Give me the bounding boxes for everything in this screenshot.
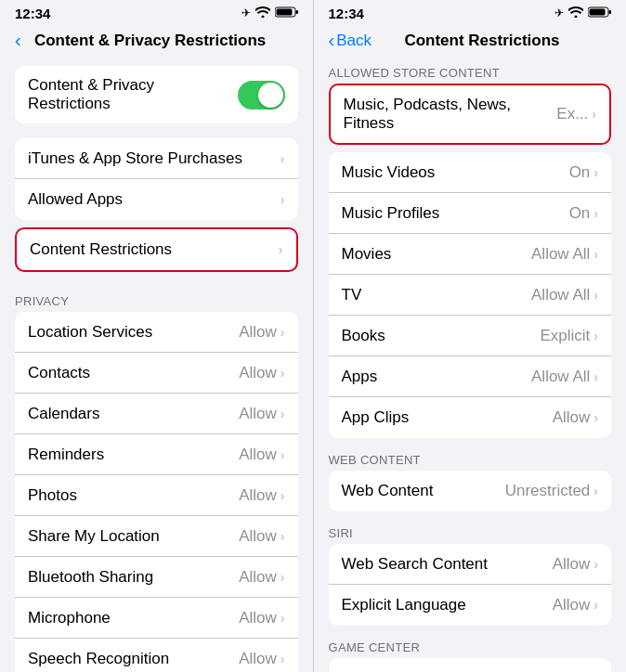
bluetooth-sharing-right: Allow › (239, 568, 284, 587)
back-button-right[interactable]: ‹ Back (329, 30, 372, 51)
game-center-card: Multiplayer Games Allow with Ever... › (329, 658, 612, 672)
app-clips-row[interactable]: App Clips Allow › (329, 397, 612, 438)
back-button-left[interactable]: ‹ (15, 30, 21, 51)
microphone-row[interactable]: Microphone Allow › (15, 598, 298, 639)
chevron-icon: › (593, 369, 598, 384)
chevron-icon: › (593, 484, 598, 498)
status-time-left: 12:34 (15, 6, 50, 21)
location-services-row[interactable]: Location Services Allow › (15, 312, 298, 353)
music-podcasts-row[interactable]: Music, Podcasts, News, Fitness Ex... › (331, 85, 610, 143)
siri-card: Web Search Content Allow › Explicit Lang… (329, 544, 612, 626)
books-right: Explicit › (540, 327, 598, 345)
share-location-right: Allow › (239, 527, 284, 546)
status-time-right: 12:34 (329, 6, 364, 21)
game-center-header: GAME CENTER (314, 633, 627, 658)
explicit-language-row[interactable]: Explicit Language Allow › (329, 585, 612, 626)
explicit-language-right: Allow › (553, 596, 598, 614)
chevron-icon: › (280, 529, 285, 544)
chevron-icon: › (280, 192, 285, 207)
content-restrictions-highlighted[interactable]: Content Restrictions › (15, 227, 298, 272)
wifi-icon-r (568, 6, 583, 20)
calendars-right: Allow › (239, 405, 284, 423)
reminders-row[interactable]: Reminders Allow › (15, 434, 298, 475)
allowed-apps-row[interactable]: Allowed Apps › (15, 179, 298, 220)
movies-right: Allow All › (531, 245, 598, 264)
web-content-card: Web Content Unrestricted › (329, 471, 612, 511)
privacy-section: PRIVACY Location Services Allow › Contac… (0, 287, 313, 672)
chevron-icon: › (280, 570, 285, 585)
reminders-right: Allow › (239, 446, 284, 464)
contacts-label: Contacts (28, 364, 90, 382)
speech-recognition-row[interactable]: Speech Recognition Allow › (15, 639, 298, 672)
chevron-icon: › (280, 488, 285, 503)
speech-recognition-right: Allow › (239, 650, 284, 668)
location-services-right: Allow › (239, 323, 284, 342)
svg-rect-4 (590, 8, 606, 15)
chevron-icon: › (280, 447, 285, 462)
battery-icon (275, 6, 298, 20)
svg-rect-1 (276, 8, 292, 15)
right-screen: 12:34 ✈ ‹ Back Content Restrictions ALLO… (314, 0, 627, 672)
privacy-restrictions-toggle-row[interactable]: Content & Privacy Restrictions (15, 66, 298, 123)
movies-row[interactable]: Movies Allow All › (329, 234, 612, 275)
status-icons-left: ✈ (241, 6, 298, 20)
web-search-content-right: Allow › (553, 555, 598, 574)
chevron-icon: › (593, 247, 598, 262)
status-icons-right: ✈ (554, 6, 611, 20)
tv-row[interactable]: TV Allow All › (329, 275, 612, 316)
movies-label: Movies (342, 245, 392, 264)
allowed-store-header: ALLOWED STORE CONTENT (314, 58, 627, 84)
contacts-right: Allow › (239, 364, 284, 382)
music-profiles-label: Music Profiles (342, 204, 440, 223)
battery-icon-r (588, 6, 611, 20)
apps-row[interactable]: Apps Allow All › (329, 356, 612, 397)
back-label: Back (336, 32, 372, 50)
web-content-right: Unrestricted › (505, 482, 598, 500)
photos-row[interactable]: Photos Allow › (15, 475, 298, 516)
page-title-right: Content Restrictions (372, 32, 593, 50)
calendars-row[interactable]: Calendars Allow › (15, 394, 298, 434)
music-videos-row[interactable]: Music Videos On › (329, 152, 612, 193)
chevron-icon: › (593, 557, 598, 572)
microphone-right: Allow › (239, 609, 284, 627)
chevron-icon: › (593, 206, 598, 221)
content-restrictions-row[interactable]: Content Restrictions › (17, 229, 296, 270)
contacts-row[interactable]: Contacts Allow › (15, 353, 298, 394)
music-videos-right: On › (569, 163, 598, 182)
share-location-label: Share My Location (28, 527, 160, 546)
store-items-card: Music Videos On › Music Profiles On › Mo… (329, 152, 612, 438)
web-content-row[interactable]: Web Content Unrestricted › (329, 471, 612, 511)
toggle-label: Content & Privacy Restrictions (28, 76, 238, 113)
calendars-label: Calendars (28, 405, 100, 423)
share-location-row[interactable]: Share My Location Allow › (15, 516, 298, 557)
speech-recognition-label: Speech Recognition (28, 650, 169, 668)
music-profiles-row[interactable]: Music Profiles On › (329, 193, 612, 234)
left-content: Content & Privacy Restrictions iTunes & … (0, 58, 313, 672)
photos-right: Allow › (239, 486, 284, 505)
location-services-label: Location Services (28, 323, 152, 342)
allowed-apps-label: Allowed Apps (28, 190, 123, 209)
airplane-icon: ✈ (241, 6, 251, 19)
app-clips-right: Allow › (553, 408, 598, 427)
web-content-section: WEB CONTENT Web Content Unrestricted › (314, 446, 627, 511)
privacy-restrictions-toggle[interactable] (238, 81, 284, 110)
music-podcasts-highlighted[interactable]: Music, Podcasts, News, Fitness Ex... › (329, 84, 612, 145)
tv-right: Allow All › (531, 286, 598, 304)
game-center-section: GAME CENTER Multiplayer Games Allow with… (314, 633, 627, 672)
itunes-purchases-row[interactable]: iTunes & App Store Purchases › (15, 138, 298, 179)
chevron-icon: › (593, 598, 598, 613)
multiplayer-games-row[interactable]: Multiplayer Games Allow with Ever... › (329, 658, 612, 672)
main-items-card: iTunes & App Store Purchases › Allowed A… (15, 138, 298, 220)
bluetooth-sharing-row[interactable]: Bluetooth Sharing Allow › (15, 557, 298, 598)
music-podcasts-label: Music, Podcasts, News, Fitness (344, 96, 557, 133)
nav-bar-left: ‹ Content & Privacy Restrictions (0, 26, 313, 58)
content-restrictions-label: Content Restrictions (30, 240, 172, 259)
chevron-icon: › (280, 151, 285, 166)
page-title-left: Content & Privacy Restrictions (21, 32, 280, 50)
chevron-icon: › (279, 242, 283, 257)
web-search-content-row[interactable]: Web Search Content Allow › (329, 544, 612, 585)
itunes-purchases-label: iTunes & App Store Purchases (28, 149, 242, 168)
chevron-icon: › (593, 288, 598, 303)
books-row[interactable]: Books Explicit › (329, 316, 612, 356)
apps-right: Allow All › (531, 368, 598, 386)
